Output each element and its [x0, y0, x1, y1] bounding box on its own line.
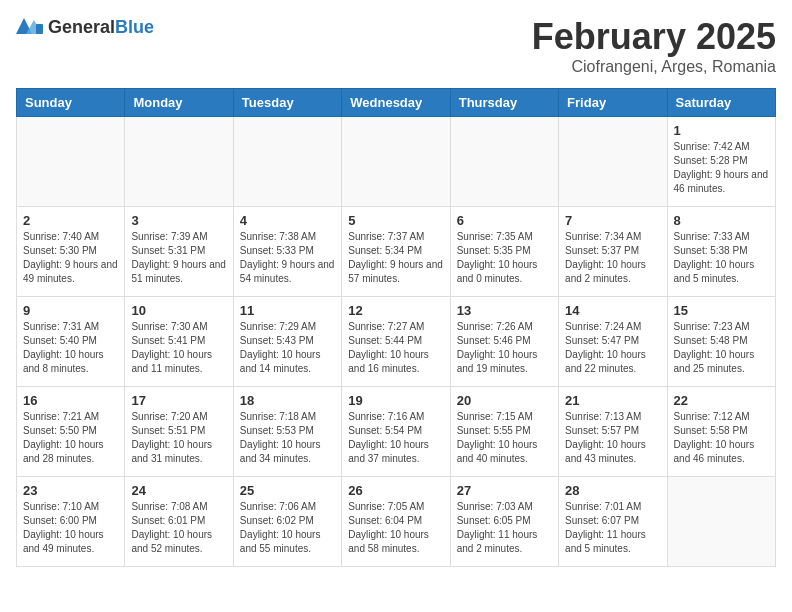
day-number: 15 — [674, 303, 769, 318]
day-number: 16 — [23, 393, 118, 408]
day-number: 10 — [131, 303, 226, 318]
day-info: Sunrise: 7:18 AM Sunset: 5:53 PM Dayligh… — [240, 410, 335, 466]
day-of-week-header: Tuesday — [233, 89, 341, 117]
day-info: Sunrise: 7:42 AM Sunset: 5:28 PM Dayligh… — [674, 140, 769, 196]
day-info: Sunrise: 7:05 AM Sunset: 6:04 PM Dayligh… — [348, 500, 443, 556]
calendar-day-cell: 11Sunrise: 7:29 AM Sunset: 5:43 PM Dayli… — [233, 297, 341, 387]
logo-text: GeneralBlue — [48, 17, 154, 38]
calendar-day-cell: 12Sunrise: 7:27 AM Sunset: 5:44 PM Dayli… — [342, 297, 450, 387]
day-number: 2 — [23, 213, 118, 228]
calendar-day-cell: 26Sunrise: 7:05 AM Sunset: 6:04 PM Dayli… — [342, 477, 450, 567]
day-info: Sunrise: 7:08 AM Sunset: 6:01 PM Dayligh… — [131, 500, 226, 556]
calendar-day-cell: 4Sunrise: 7:38 AM Sunset: 5:33 PM Daylig… — [233, 207, 341, 297]
day-info: Sunrise: 7:40 AM Sunset: 5:30 PM Dayligh… — [23, 230, 118, 286]
day-info: Sunrise: 7:03 AM Sunset: 6:05 PM Dayligh… — [457, 500, 552, 556]
calendar-day-cell: 6Sunrise: 7:35 AM Sunset: 5:35 PM Daylig… — [450, 207, 558, 297]
day-info: Sunrise: 7:21 AM Sunset: 5:50 PM Dayligh… — [23, 410, 118, 466]
day-of-week-header: Friday — [559, 89, 667, 117]
logo-icon — [16, 16, 44, 38]
calendar-title: February 2025 — [532, 16, 776, 58]
day-info: Sunrise: 7:34 AM Sunset: 5:37 PM Dayligh… — [565, 230, 660, 286]
day-number: 24 — [131, 483, 226, 498]
calendar-week-row: 2Sunrise: 7:40 AM Sunset: 5:30 PM Daylig… — [17, 207, 776, 297]
calendar-week-row: 16Sunrise: 7:21 AM Sunset: 5:50 PM Dayli… — [17, 387, 776, 477]
calendar-week-row: 1Sunrise: 7:42 AM Sunset: 5:28 PM Daylig… — [17, 117, 776, 207]
day-number: 6 — [457, 213, 552, 228]
calendar-day-cell: 24Sunrise: 7:08 AM Sunset: 6:01 PM Dayli… — [125, 477, 233, 567]
calendar-day-cell: 25Sunrise: 7:06 AM Sunset: 6:02 PM Dayli… — [233, 477, 341, 567]
day-number: 11 — [240, 303, 335, 318]
calendar-day-cell: 21Sunrise: 7:13 AM Sunset: 5:57 PM Dayli… — [559, 387, 667, 477]
day-number: 4 — [240, 213, 335, 228]
day-info: Sunrise: 7:24 AM Sunset: 5:47 PM Dayligh… — [565, 320, 660, 376]
calendar-day-cell — [667, 477, 775, 567]
calendar-day-cell: 2Sunrise: 7:40 AM Sunset: 5:30 PM Daylig… — [17, 207, 125, 297]
calendar-day-cell: 22Sunrise: 7:12 AM Sunset: 5:58 PM Dayli… — [667, 387, 775, 477]
calendar-day-cell — [125, 117, 233, 207]
calendar-subtitle: Ciofrangeni, Arges, Romania — [532, 58, 776, 76]
day-of-week-header: Monday — [125, 89, 233, 117]
calendar-day-cell: 9Sunrise: 7:31 AM Sunset: 5:40 PM Daylig… — [17, 297, 125, 387]
day-info: Sunrise: 7:30 AM Sunset: 5:41 PM Dayligh… — [131, 320, 226, 376]
day-info: Sunrise: 7:31 AM Sunset: 5:40 PM Dayligh… — [23, 320, 118, 376]
day-number: 8 — [674, 213, 769, 228]
calendar-header-row: SundayMondayTuesdayWednesdayThursdayFrid… — [17, 89, 776, 117]
day-info: Sunrise: 7:12 AM Sunset: 5:58 PM Dayligh… — [674, 410, 769, 466]
calendar-day-cell: 23Sunrise: 7:10 AM Sunset: 6:00 PM Dayli… — [17, 477, 125, 567]
title-area: February 2025 Ciofrangeni, Arges, Romani… — [532, 16, 776, 76]
calendar-day-cell — [233, 117, 341, 207]
day-number: 14 — [565, 303, 660, 318]
calendar-day-cell: 19Sunrise: 7:16 AM Sunset: 5:54 PM Dayli… — [342, 387, 450, 477]
day-info: Sunrise: 7:01 AM Sunset: 6:07 PM Dayligh… — [565, 500, 660, 556]
day-number: 3 — [131, 213, 226, 228]
calendar-day-cell: 17Sunrise: 7:20 AM Sunset: 5:51 PM Dayli… — [125, 387, 233, 477]
day-info: Sunrise: 7:33 AM Sunset: 5:38 PM Dayligh… — [674, 230, 769, 286]
day-number: 12 — [348, 303, 443, 318]
calendar-day-cell: 16Sunrise: 7:21 AM Sunset: 5:50 PM Dayli… — [17, 387, 125, 477]
day-of-week-header: Saturday — [667, 89, 775, 117]
day-number: 21 — [565, 393, 660, 408]
calendar-day-cell: 13Sunrise: 7:26 AM Sunset: 5:46 PM Dayli… — [450, 297, 558, 387]
day-number: 13 — [457, 303, 552, 318]
day-number: 19 — [348, 393, 443, 408]
calendar-day-cell: 7Sunrise: 7:34 AM Sunset: 5:37 PM Daylig… — [559, 207, 667, 297]
day-info: Sunrise: 7:29 AM Sunset: 5:43 PM Dayligh… — [240, 320, 335, 376]
calendar-day-cell — [342, 117, 450, 207]
calendar-day-cell: 1Sunrise: 7:42 AM Sunset: 5:28 PM Daylig… — [667, 117, 775, 207]
calendar-day-cell: 27Sunrise: 7:03 AM Sunset: 6:05 PM Dayli… — [450, 477, 558, 567]
calendar-day-cell: 20Sunrise: 7:15 AM Sunset: 5:55 PM Dayli… — [450, 387, 558, 477]
calendar-day-cell: 15Sunrise: 7:23 AM Sunset: 5:48 PM Dayli… — [667, 297, 775, 387]
calendar-day-cell: 18Sunrise: 7:18 AM Sunset: 5:53 PM Dayli… — [233, 387, 341, 477]
day-info: Sunrise: 7:23 AM Sunset: 5:48 PM Dayligh… — [674, 320, 769, 376]
day-of-week-header: Thursday — [450, 89, 558, 117]
calendar-day-cell: 28Sunrise: 7:01 AM Sunset: 6:07 PM Dayli… — [559, 477, 667, 567]
day-number: 22 — [674, 393, 769, 408]
day-info: Sunrise: 7:35 AM Sunset: 5:35 PM Dayligh… — [457, 230, 552, 286]
day-number: 18 — [240, 393, 335, 408]
day-number: 5 — [348, 213, 443, 228]
day-info: Sunrise: 7:20 AM Sunset: 5:51 PM Dayligh… — [131, 410, 226, 466]
calendar-week-row: 9Sunrise: 7:31 AM Sunset: 5:40 PM Daylig… — [17, 297, 776, 387]
day-number: 28 — [565, 483, 660, 498]
day-info: Sunrise: 7:13 AM Sunset: 5:57 PM Dayligh… — [565, 410, 660, 466]
calendar-day-cell: 8Sunrise: 7:33 AM Sunset: 5:38 PM Daylig… — [667, 207, 775, 297]
calendar-table: SundayMondayTuesdayWednesdayThursdayFrid… — [16, 88, 776, 567]
day-number: 17 — [131, 393, 226, 408]
day-number: 26 — [348, 483, 443, 498]
day-number: 23 — [23, 483, 118, 498]
calendar-day-cell: 10Sunrise: 7:30 AM Sunset: 5:41 PM Dayli… — [125, 297, 233, 387]
calendar-day-cell — [559, 117, 667, 207]
calendar-day-cell — [17, 117, 125, 207]
calendar-week-row: 23Sunrise: 7:10 AM Sunset: 6:00 PM Dayli… — [17, 477, 776, 567]
day-info: Sunrise: 7:15 AM Sunset: 5:55 PM Dayligh… — [457, 410, 552, 466]
calendar-day-cell: 14Sunrise: 7:24 AM Sunset: 5:47 PM Dayli… — [559, 297, 667, 387]
day-number: 27 — [457, 483, 552, 498]
day-info: Sunrise: 7:10 AM Sunset: 6:00 PM Dayligh… — [23, 500, 118, 556]
day-info: Sunrise: 7:39 AM Sunset: 5:31 PM Dayligh… — [131, 230, 226, 286]
logo: GeneralBlue — [16, 16, 154, 38]
day-info: Sunrise: 7:37 AM Sunset: 5:34 PM Dayligh… — [348, 230, 443, 286]
day-number: 20 — [457, 393, 552, 408]
day-of-week-header: Sunday — [17, 89, 125, 117]
day-info: Sunrise: 7:26 AM Sunset: 5:46 PM Dayligh… — [457, 320, 552, 376]
day-info: Sunrise: 7:38 AM Sunset: 5:33 PM Dayligh… — [240, 230, 335, 286]
